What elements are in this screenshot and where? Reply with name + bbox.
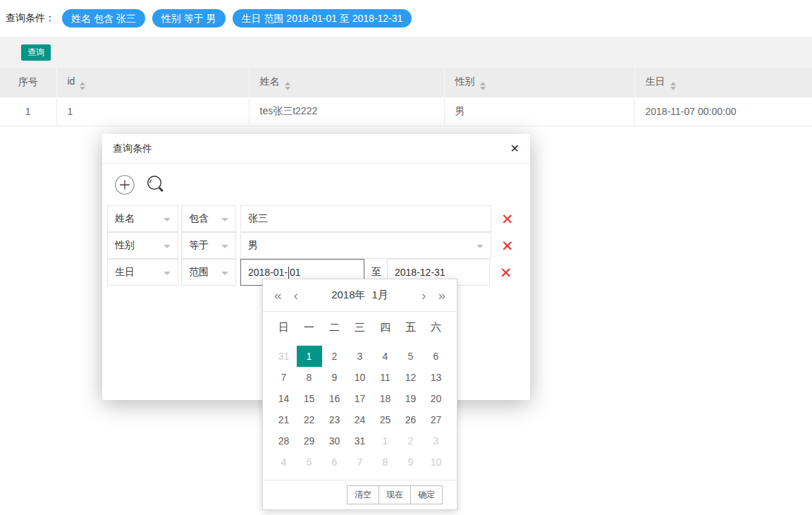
calendar-day[interactable]: 27 xyxy=(424,409,449,430)
cell-name: tes张三t2222 xyxy=(249,97,444,126)
calendar-day[interactable]: 10 xyxy=(347,367,373,388)
col-name-label: 姓名 xyxy=(260,75,280,87)
date-from-text: 01 xyxy=(290,267,301,278)
calendar-day[interactable]: 18 xyxy=(373,388,398,409)
calendar-day[interactable]: 6 xyxy=(424,346,449,367)
calendar-day-selected[interactable]: 1 xyxy=(297,346,322,367)
cell-gender: 男 xyxy=(444,97,634,126)
col-birthday[interactable]: 生日 xyxy=(634,68,812,97)
query-condition-label: 查询条件： xyxy=(6,12,55,25)
calendar-day[interactable]: 17 xyxy=(347,388,373,409)
calendar-day[interactable]: 9 xyxy=(322,367,347,388)
modal-body: 姓名 包含 张三 ✕ 性别 等于 xyxy=(102,164,530,286)
operator-select[interactable]: 包含 xyxy=(181,205,236,232)
calendar-day[interactable]: 30 xyxy=(322,430,347,452)
calendar-day[interactable]: 4 xyxy=(271,452,297,473)
modal-icon-row xyxy=(114,174,525,198)
calendar-day[interactable]: 5 xyxy=(398,346,424,367)
sort-icon[interactable] xyxy=(480,82,486,90)
field-select[interactable]: 性别 xyxy=(107,232,178,259)
clear-button[interactable]: 清空 xyxy=(347,485,379,504)
calendar-day[interactable]: 28 xyxy=(271,430,297,452)
filter-pill-name[interactable]: 姓名 包含 张三 xyxy=(62,9,145,28)
filter-pill-gender[interactable]: 性别 等于 男 xyxy=(152,9,226,28)
delete-filter-icon[interactable]: ✕ xyxy=(501,212,514,226)
delete-filter-icon[interactable]: ✕ xyxy=(500,265,512,280)
weekday-label: 五 xyxy=(398,315,424,339)
calendar-day[interactable]: 8 xyxy=(297,367,322,388)
operator-select[interactable]: 范围 xyxy=(181,259,236,286)
calendar-day[interactable]: 15 xyxy=(297,388,322,409)
calendar-day[interactable]: 13 xyxy=(424,367,449,388)
next-month-icon[interactable]: › xyxy=(422,289,426,302)
calendar-day[interactable]: 31 xyxy=(271,346,297,367)
month-select[interactable]: 1月 xyxy=(372,289,388,301)
calendar-day[interactable]: 14 xyxy=(271,388,297,409)
col-gender[interactable]: 性别 xyxy=(444,68,634,97)
calendar-day[interactable]: 8 xyxy=(373,452,398,473)
next-year-icon[interactable]: » xyxy=(438,289,445,302)
col-name[interactable]: 姓名 xyxy=(249,68,444,97)
filter-row-name: 姓名 包含 张三 ✕ xyxy=(107,205,525,232)
filter-pill-birthday[interactable]: 生日 范围 2018-01-01 至 2018-12-31 xyxy=(233,9,412,28)
calendar-day[interactable]: 2 xyxy=(322,346,347,367)
sort-icon[interactable] xyxy=(670,82,676,90)
operator-select[interactable]: 等于 xyxy=(181,232,236,259)
field-select-value: 生日 xyxy=(115,266,135,279)
calendar-day[interactable]: 3 xyxy=(347,346,373,367)
delete-filter-icon[interactable]: ✕ xyxy=(501,238,514,253)
value-select-value: 男 xyxy=(248,239,258,252)
weekday-label: 一 xyxy=(297,315,322,339)
close-icon[interactable]: ✕ xyxy=(510,143,519,154)
field-select[interactable]: 生日 xyxy=(107,259,178,286)
date-picker-footer: 清空 现在 确定 xyxy=(263,480,457,509)
calendar-day[interactable]: 26 xyxy=(398,409,424,430)
calendar-day[interactable]: 29 xyxy=(297,430,322,452)
calendar-day[interactable]: 21 xyxy=(271,409,297,430)
weekday-label: 六 xyxy=(424,315,449,339)
calendar-day[interactable]: 31 xyxy=(347,430,373,452)
chevron-down-icon xyxy=(221,245,228,248)
value-select[interactable]: 男 xyxy=(240,232,491,259)
calendar-day[interactable]: 7 xyxy=(347,452,373,473)
calendar-day[interactable]: 12 xyxy=(398,367,424,388)
calendar-day[interactable]: 24 xyxy=(347,409,373,430)
date-picker: « ‹ 2018年1月 › » 日一二三四五六 3112345678910111… xyxy=(262,279,457,510)
value-input[interactable]: 张三 xyxy=(240,205,491,232)
calendar-day[interactable]: 1 xyxy=(373,430,398,452)
calendar-day[interactable]: 19 xyxy=(398,388,424,409)
calendar-day[interactable]: 22 xyxy=(297,409,322,430)
prev-year-icon[interactable]: « xyxy=(274,289,282,302)
calendar-day[interactable]: 4 xyxy=(373,346,398,367)
table-row[interactable]: 1 1 tes张三t2222 男 2018-11-07 00:00:00 xyxy=(0,97,812,126)
calendar-day[interactable]: 25 xyxy=(373,409,398,430)
now-button[interactable]: 现在 xyxy=(379,485,411,504)
search-button[interactable]: 查询 xyxy=(21,44,51,61)
chevron-down-icon xyxy=(221,218,228,222)
toolbar: 查询 xyxy=(0,37,812,68)
add-condition-button[interactable] xyxy=(114,174,135,198)
calendar-day[interactable]: 2 xyxy=(398,430,424,452)
col-id[interactable]: id xyxy=(56,68,249,97)
confirm-button[interactable]: 确定 xyxy=(410,485,443,504)
calendar-day[interactable]: 3 xyxy=(424,430,449,452)
year-select[interactable]: 2018年 xyxy=(331,289,365,301)
calendar-day[interactable]: 16 xyxy=(322,388,347,409)
calendar-day[interactable]: 5 xyxy=(297,452,322,473)
search-icon xyxy=(144,188,167,198)
weekday-label: 三 xyxy=(347,315,373,339)
calendar-day[interactable]: 10 xyxy=(424,452,449,473)
calendar-day[interactable]: 20 xyxy=(424,388,449,409)
calendar-day[interactable]: 6 xyxy=(322,452,347,473)
calendar-day[interactable]: 7 xyxy=(271,367,297,388)
calendar-day[interactable]: 11 xyxy=(373,367,398,388)
sort-icon[interactable] xyxy=(80,82,85,90)
chevron-down-icon xyxy=(221,272,228,275)
calendar-day[interactable]: 23 xyxy=(322,409,347,430)
sort-icon[interactable] xyxy=(285,82,290,90)
run-search-button[interactable] xyxy=(144,174,167,198)
weekday-label: 二 xyxy=(322,315,347,339)
field-select[interactable]: 姓名 xyxy=(107,205,178,232)
calendar-day[interactable]: 9 xyxy=(398,452,424,473)
col-gender-label: 性别 xyxy=(455,75,475,87)
